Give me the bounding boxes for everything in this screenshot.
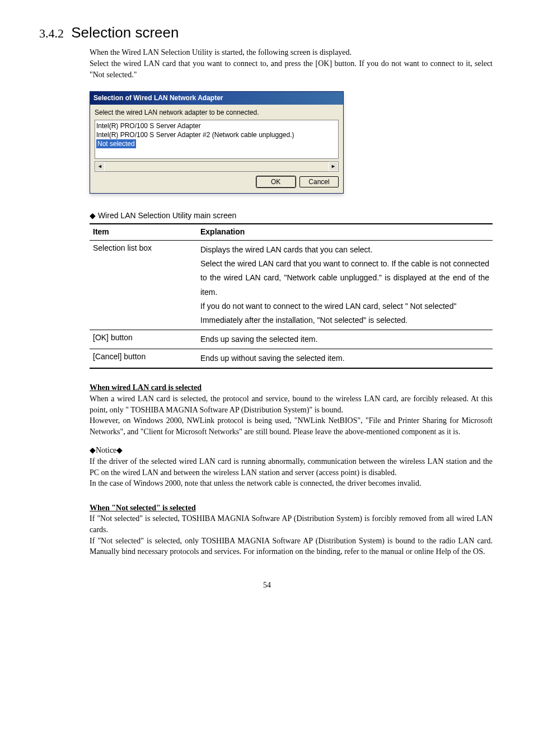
dialog-instruction: Select the wired LAN network adapter to … bbox=[95, 108, 339, 118]
list-item[interactable]: Intel(R) PRO/100 S Server Adapter bbox=[96, 121, 337, 130]
notice-para2: In the case of Windows 2000, note that u… bbox=[90, 478, 493, 489]
cancel-button[interactable]: Cancel bbox=[299, 176, 339, 187]
intro-para-2: Select the wired LAN card that you want … bbox=[90, 58, 493, 80]
heading-number: 3.4.2 bbox=[39, 26, 64, 40]
notice-label: ◆Notice◆ bbox=[90, 445, 493, 456]
cell-item: Selection list box bbox=[90, 240, 197, 330]
sec1-para2: However, on Windows 2000, NWLink protoco… bbox=[90, 415, 493, 437]
spec-table: Item Explanation Selection list box Disp… bbox=[90, 223, 493, 369]
dialog-window: Selection of Wired LAN Network Adapter S… bbox=[90, 91, 344, 194]
subheading-wired-selected: When wired LAN card is selected bbox=[90, 382, 493, 393]
section-heading: 3.4.2 Selection screen bbox=[39, 22, 495, 43]
scroll-right-icon[interactable]: ► bbox=[329, 162, 338, 171]
table-row: [Cancel] button Ends up without saving t… bbox=[90, 349, 493, 369]
list-item[interactable]: Intel(R) PRO/100 S Server Adapter #2 (Ne… bbox=[96, 130, 337, 139]
subheading-not-selected: When "Not selected" is selected bbox=[90, 503, 493, 514]
cell-item: [Cancel] button bbox=[90, 349, 197, 369]
sec2-para1: If "Not selected" is selected, TOSHIBA M… bbox=[90, 513, 493, 535]
cell-item: [OK] button bbox=[90, 330, 197, 349]
list-item-selected[interactable]: Not selected bbox=[96, 139, 337, 148]
table-caption: ◆ Wired LAN Selection Utility main scree… bbox=[90, 210, 493, 222]
dialog-titlebar: Selection of Wired LAN Network Adapter bbox=[90, 92, 343, 105]
scroll-left-icon[interactable]: ◄ bbox=[95, 162, 105, 171]
intro-para-1: When the Wired LAN Selection Utility is … bbox=[90, 47, 493, 58]
col-header-item: Item bbox=[90, 224, 197, 240]
horizontal-scrollbar[interactable]: ◄ ► bbox=[95, 161, 339, 172]
cell-explanation: Ends up saving the selected item. bbox=[197, 330, 493, 349]
cell-explanation: Ends up without saving the selected item… bbox=[197, 349, 493, 369]
diamond-icon: ◆ bbox=[90, 211, 96, 220]
cell-explanation: Displays the wired LAN cards that you ca… bbox=[197, 240, 493, 330]
ok-button[interactable]: OK bbox=[256, 176, 296, 187]
table-row: [OK] button Ends up saving the selected … bbox=[90, 330, 493, 349]
col-header-explanation: Explanation bbox=[197, 224, 493, 240]
sec2-para2: If "Not selected" is selected, only TOSH… bbox=[90, 536, 493, 557]
notice-para1: If the driver of the selected wired LAN … bbox=[90, 456, 493, 478]
table-row: Selection list box Displays the wired LA… bbox=[90, 240, 493, 330]
adapter-listbox[interactable]: Intel(R) PRO/100 S Server Adapter Intel(… bbox=[95, 120, 339, 159]
sec1-para1: When a wired LAN card is selected, the p… bbox=[90, 393, 493, 415]
page-number: 54 bbox=[39, 580, 495, 591]
heading-title: Selection screen bbox=[71, 24, 179, 41]
